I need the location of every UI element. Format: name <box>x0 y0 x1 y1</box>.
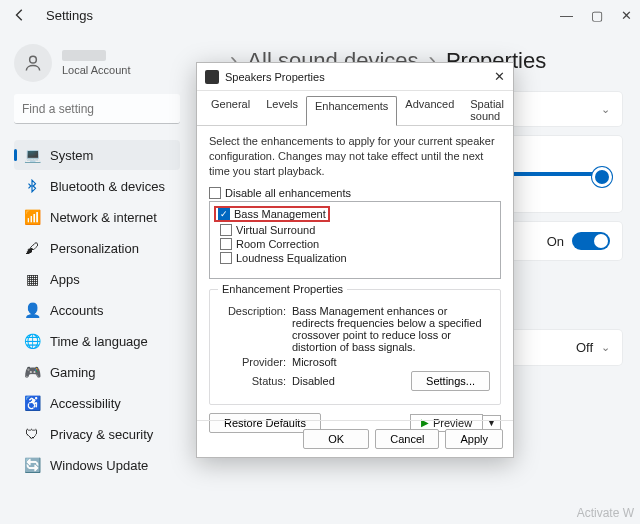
windows-update-icon: 🔄 <box>24 457 40 473</box>
nav-label: Network & internet <box>50 210 157 225</box>
sidebar-item-network-internet[interactable]: 📶Network & internet <box>14 202 180 232</box>
bluetooth-devices-icon <box>24 178 40 194</box>
apply-button[interactable]: Apply <box>445 429 503 449</box>
maximize-button[interactable]: ▢ <box>591 8 603 23</box>
disable-all-checkbox-row[interactable]: Disable all enhancements <box>209 187 501 199</box>
nav-label: Apps <box>50 272 80 287</box>
checkbox-icon[interactable] <box>220 238 232 250</box>
sidebar-item-system[interactable]: 💻System <box>14 140 180 170</box>
nav-label: Accounts <box>50 303 103 318</box>
nav-label: System <box>50 148 93 163</box>
minimize-button[interactable]: — <box>560 8 573 23</box>
search-input[interactable] <box>14 94 180 124</box>
nav-label: Gaming <box>50 365 96 380</box>
disable-all-label: Disable all enhancements <box>225 187 351 199</box>
back-button[interactable] <box>8 3 32 27</box>
close-button[interactable]: ✕ <box>621 8 632 23</box>
network-internet-icon: 📶 <box>24 209 40 225</box>
enhancement-properties-group: Enhancement Properties Description:Bass … <box>209 289 501 405</box>
personalization-icon: 🖌 <box>24 240 40 256</box>
avatar-icon <box>14 44 52 82</box>
enhancement-loudness-equalization[interactable]: Loudness Equalization <box>214 252 500 264</box>
nav-label: Time & language <box>50 334 148 349</box>
dialog-description: Select the enhancements to apply for you… <box>209 134 501 179</box>
account-type: Local Account <box>62 64 131 76</box>
sidebar-item-accounts[interactable]: 👤Accounts <box>14 295 180 325</box>
sidebar-item-time-language[interactable]: 🌐Time & language <box>14 326 180 356</box>
tab-general[interactable]: General <box>203 95 258 125</box>
toggle-on[interactable] <box>572 232 610 250</box>
activate-watermark: Activate W <box>577 506 634 520</box>
sidebar: Local Account 💻SystemBluetooth & devices… <box>0 30 190 524</box>
accounts-icon: 👤 <box>24 302 40 318</box>
nav-label: Accessibility <box>50 396 121 411</box>
gaming-icon: 🎮 <box>24 364 40 380</box>
privacy-security-icon: 🛡 <box>24 426 40 442</box>
svg-point-0 <box>30 56 37 63</box>
sidebar-item-bluetooth-devices[interactable]: Bluetooth & devices <box>14 171 180 201</box>
sidebar-item-windows-update[interactable]: 🔄Windows Update <box>14 450 180 480</box>
nav-label: Windows Update <box>50 458 148 473</box>
group-title: Enhancement Properties <box>218 283 347 295</box>
tab-spatial-sound[interactable]: Spatial sound <box>462 95 512 125</box>
enhancement-virtual-surround[interactable]: Virtual Surround <box>214 224 500 236</box>
sidebar-item-privacy-security[interactable]: 🛡Privacy & security <box>14 419 180 449</box>
dialog-tabs: GeneralLevelsEnhancementsAdvancedSpatial… <box>197 91 513 126</box>
dialog-close-button[interactable]: ✕ <box>494 69 505 84</box>
prop-provider: Microsoft <box>292 356 337 368</box>
speaker-icon <box>205 70 219 84</box>
nav-label: Personalization <box>50 241 139 256</box>
dialog-title: Speakers Properties <box>225 71 325 83</box>
tab-enhancements[interactable]: Enhancements <box>306 96 397 126</box>
sidebar-item-accessibility[interactable]: ♿Accessibility <box>14 388 180 418</box>
tab-levels[interactable]: Levels <box>258 95 306 125</box>
nav-label: Bluetooth & devices <box>50 179 165 194</box>
enhancement-list: ✓Bass ManagementVirtual SurroundRoom Cor… <box>209 201 501 279</box>
nav-label: Privacy & security <box>50 427 153 442</box>
account-name-redacted <box>62 50 106 61</box>
checkbox-icon[interactable] <box>220 224 232 236</box>
enhancement-room-correction[interactable]: Room Correction <box>214 238 500 250</box>
chevron-down-icon: ⌄ <box>601 341 610 354</box>
enhancement-bass-management[interactable]: ✓Bass Management <box>214 206 500 222</box>
speakers-properties-dialog: Speakers Properties ✕ GeneralLevelsEnhan… <box>196 62 514 458</box>
toggle-on-label: On <box>547 234 564 249</box>
apps-icon: ▦ <box>24 271 40 287</box>
chevron-down-icon: ⌄ <box>601 103 610 116</box>
accessibility-icon: ♿ <box>24 395 40 411</box>
time-language-icon: 🌐 <box>24 333 40 349</box>
window-title: Settings <box>46 8 93 23</box>
prop-description: Bass Management enhances or redirects fr… <box>292 305 490 353</box>
ok-button[interactable]: OK <box>303 429 369 449</box>
settings-button[interactable]: Settings... <box>411 371 490 391</box>
checkbox-icon[interactable]: ✓ <box>218 208 230 220</box>
cancel-button[interactable]: Cancel <box>375 429 439 449</box>
sidebar-item-gaming[interactable]: 🎮Gaming <box>14 357 180 387</box>
checkbox-icon[interactable] <box>209 187 221 199</box>
checkbox-icon[interactable] <box>220 252 232 264</box>
sidebar-item-personalization[interactable]: 🖌Personalization <box>14 233 180 263</box>
prop-status: Disabled <box>292 375 335 387</box>
system-icon: 💻 <box>24 147 40 163</box>
toggle-off-label: Off <box>576 340 593 355</box>
sidebar-item-apps[interactable]: ▦Apps <box>14 264 180 294</box>
tab-advanced[interactable]: Advanced <box>397 95 462 125</box>
account-block[interactable]: Local Account <box>14 44 180 82</box>
